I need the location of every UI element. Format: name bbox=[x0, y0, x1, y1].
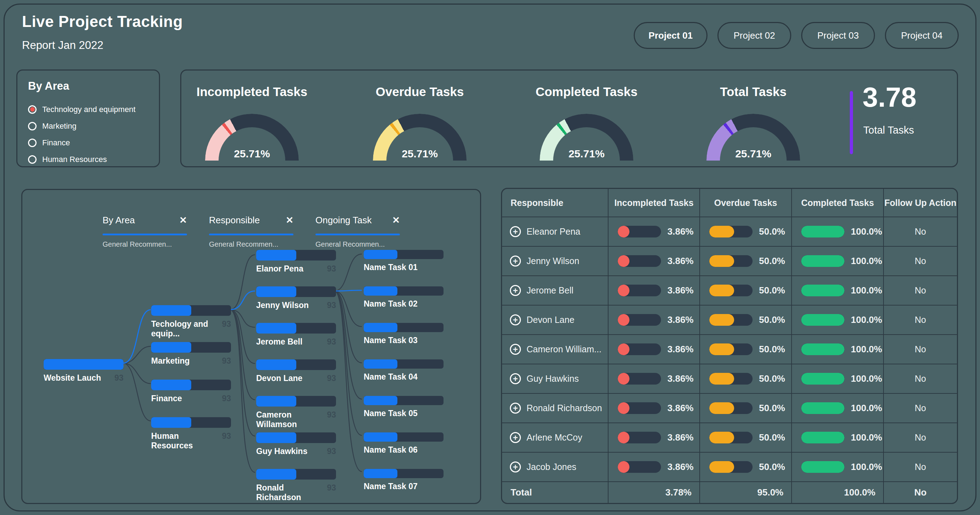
node-label: Name Task 04 bbox=[364, 372, 418, 382]
gauge-title: Completed Tasks bbox=[530, 85, 643, 99]
node-label: Name Task 05 bbox=[364, 409, 418, 418]
tree-node-area-human-resources[interactable]: Human Resources93 bbox=[151, 417, 231, 450]
completed-cell: 100.0% bbox=[792, 306, 884, 335]
tree-node-task-05[interactable]: Name Task 05 bbox=[364, 396, 444, 418]
table-row-name[interactable]: +Ronald Richardson bbox=[502, 394, 609, 423]
expand-icon[interactable]: + bbox=[510, 226, 521, 237]
node-label: Devon Lane bbox=[256, 374, 302, 383]
overdue-value: 50.0% bbox=[759, 432, 785, 443]
total-completed: 100.0% bbox=[792, 482, 884, 503]
follow-up-cell: No bbox=[884, 247, 957, 276]
expand-icon[interactable]: + bbox=[510, 432, 521, 443]
table-row-name[interactable]: +Cameron William... bbox=[502, 335, 609, 364]
expand-icon[interactable]: + bbox=[510, 373, 521, 384]
tree-node-area-technology[interactable]: Techology and equip...93 bbox=[151, 305, 231, 339]
radio-human-resources[interactable]: Human Resources bbox=[28, 151, 148, 168]
gauge-arc: 25.71% bbox=[540, 114, 633, 160]
incompleted-cell: 3.86% bbox=[609, 306, 700, 335]
radio-finance[interactable]: Finance bbox=[28, 134, 148, 151]
level-underline bbox=[315, 234, 400, 235]
gauge-value: 25.71% bbox=[706, 148, 800, 160]
tree-level-label: Responsible bbox=[209, 215, 260, 226]
project-03-button[interactable]: Project 03 bbox=[801, 22, 875, 49]
incompleted-cell: 3.86% bbox=[609, 423, 700, 453]
overdue-value: 50.0% bbox=[759, 373, 785, 384]
tree-node-area-marketing[interactable]: Marketing93 bbox=[151, 342, 231, 366]
expand-icon[interactable]: + bbox=[510, 402, 521, 414]
node-label: Name Task 01 bbox=[364, 263, 418, 272]
expand-icon[interactable]: + bbox=[510, 255, 521, 266]
expand-icon[interactable]: + bbox=[510, 344, 521, 355]
gauge-total-tasks: Total Tasks 25.71% bbox=[697, 71, 810, 160]
tree-node-ronald-richardson[interactable]: Ronald Richardson93 bbox=[256, 469, 336, 502]
completed-cell: 100.0% bbox=[792, 394, 884, 423]
completed-value: 100.0% bbox=[851, 344, 882, 355]
project-04-button[interactable]: Project 04 bbox=[885, 22, 959, 49]
node-value: 93 bbox=[327, 264, 336, 274]
table-row-name[interactable]: +Devon Lane bbox=[502, 306, 609, 335]
node-label: Techology and equip... bbox=[151, 319, 222, 339]
expand-icon[interactable]: + bbox=[510, 314, 521, 325]
table-row-name[interactable]: +Jerome Bell bbox=[502, 276, 609, 306]
close-icon[interactable]: ✕ bbox=[392, 215, 400, 226]
tree-node-task-01[interactable]: Name Task 01 bbox=[364, 250, 444, 272]
follow-up-cell: No bbox=[884, 306, 957, 335]
tree-node-website-lauch[interactable]: Website Lauch93 bbox=[44, 359, 124, 383]
radio-label: Marketing bbox=[42, 122, 76, 131]
table-row-name[interactable]: +Eleanor Pena bbox=[502, 217, 609, 247]
node-label: Ronald Richardson bbox=[256, 483, 327, 502]
node-label: Guy Hawkins bbox=[256, 447, 307, 456]
table-row-name[interactable]: +Jacob Jones bbox=[502, 453, 609, 482]
tree-node-area-finance[interactable]: Finance93 bbox=[151, 380, 231, 403]
kpi-accent-bar bbox=[850, 91, 853, 154]
incompleted-value: 3.86% bbox=[667, 402, 694, 414]
project-02-button[interactable]: Project 02 bbox=[718, 22, 791, 49]
tree-node-task-06[interactable]: Name Task 06 bbox=[364, 433, 444, 455]
gauge-arc: 25.71% bbox=[706, 114, 800, 160]
tree-node-cameron-willamson[interactable]: Cameron Willamson93 bbox=[256, 396, 336, 429]
tree-node-task-02[interactable]: Name Task 02 bbox=[364, 287, 444, 309]
follow-up-cell: No bbox=[884, 217, 957, 247]
completed-cell: 100.0% bbox=[792, 217, 884, 247]
project-01-button[interactable]: Project 01 bbox=[634, 22, 708, 49]
kpi-label: Total Tasks bbox=[863, 124, 914, 136]
tree-node-guy-hawkins[interactable]: Guy Hawkins93 bbox=[256, 433, 336, 456]
node-value: 93 bbox=[327, 374, 336, 383]
overdue-value: 50.0% bbox=[759, 402, 785, 414]
incompleted-cell: 3.86% bbox=[609, 453, 700, 482]
expand-icon[interactable]: + bbox=[510, 285, 521, 296]
responsible-name: Ronald Richardson bbox=[527, 403, 602, 413]
overdue-cell: 50.0% bbox=[700, 247, 792, 276]
node-value: 93 bbox=[327, 447, 336, 456]
tree-node-task-07[interactable]: Name Task 07 bbox=[364, 469, 444, 491]
responsible-name: Jerome Bell bbox=[527, 285, 573, 296]
incompleted-cell: 3.86% bbox=[609, 276, 700, 306]
node-label: Name Task 03 bbox=[364, 336, 418, 345]
radio-label: Finance bbox=[42, 138, 70, 147]
node-label: Name Task 06 bbox=[364, 445, 418, 455]
responsible-name: Jenny Wilson bbox=[527, 256, 579, 266]
tree-node-devon-lane[interactable]: Devon Lane93 bbox=[256, 360, 336, 383]
node-label: Elanor Pena bbox=[256, 264, 303, 274]
follow-up-cell: No bbox=[884, 335, 957, 364]
tree-level-sub: General Recommen... bbox=[209, 240, 293, 249]
tree-node-elanor-pena[interactable]: Elanor Pena93 bbox=[256, 250, 336, 274]
close-icon[interactable]: ✕ bbox=[286, 215, 293, 226]
table-row-name[interactable]: +Guy Hawkins bbox=[502, 364, 609, 394]
table-row-name[interactable]: +Arlene McCoy bbox=[502, 423, 609, 453]
expand-icon[interactable]: + bbox=[510, 461, 521, 472]
total-row-label: Total bbox=[502, 482, 609, 503]
radio-technology-and-equipment[interactable]: Technology and equipment bbox=[28, 101, 148, 118]
gauge-title: Total Tasks bbox=[697, 85, 810, 99]
close-icon[interactable]: ✕ bbox=[179, 215, 187, 226]
completed-value: 100.0% bbox=[851, 226, 882, 237]
completed-cell: 100.0% bbox=[792, 364, 884, 394]
completed-value: 100.0% bbox=[851, 373, 882, 384]
node-value: 93 bbox=[114, 373, 124, 383]
table-row-name[interactable]: +Jenny Wilson bbox=[502, 247, 609, 276]
tree-node-task-03[interactable]: Name Task 03 bbox=[364, 323, 444, 345]
radio-marketing[interactable]: Marketing bbox=[28, 118, 148, 134]
tree-node-task-04[interactable]: Name Task 04 bbox=[364, 360, 444, 382]
tree-node-jerome-bell[interactable]: Jerome Bell93 bbox=[256, 323, 336, 347]
tree-node-jenny-wilson[interactable]: Jenny Wilson93 bbox=[256, 287, 336, 310]
